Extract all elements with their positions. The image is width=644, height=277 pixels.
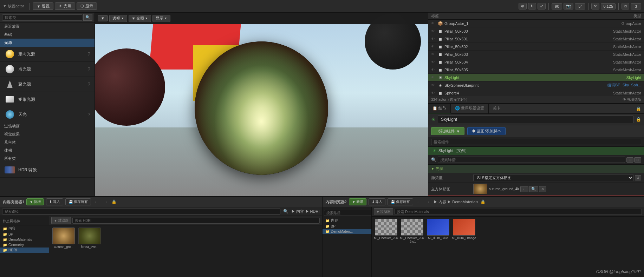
table-row[interactable]: 👁 ◼ Pillar_50x502 StaticMeshActor [428,43,644,51]
cb1-filter-btn[interactable]: ▼ 过滤器 [51,217,71,224]
vp-show-btn[interactable]: 显示 ▼ [152,15,170,22]
view-options-btn[interactable]: 👁 视图选项 [623,97,641,102]
light-item-spot[interactable]: 聚光源 ? [0,77,95,92]
cb2-tree-bp[interactable]: 📁 BP [323,224,371,229]
component-item-skylight[interactable]: ☀ SkyLight（实例） [428,147,644,155]
sky-info-btn[interactable]: ? [87,112,90,117]
cb2-forward-btn[interactable]: → [424,199,431,205]
list-item[interactable]: MI_Illum_Orange [452,219,476,243]
cb1-path-search-btn[interactable]: 🔍 [282,208,290,215]
perspective-btn[interactable]: ▼ 透视 [33,2,53,10]
show-btn[interactable]: ⬡ 显示 [77,2,97,10]
spot-info-btn[interactable]: ? [87,81,90,87]
cb1-tree-content[interactable]: 📁 内容 [0,225,49,232]
source-type-select[interactable]: SLS指定立方体贴图 [473,174,633,181]
cubemap-find[interactable]: 🔍 [529,186,538,192]
cb2-path-input[interactable] [324,210,372,216]
vp-lighting-btn[interactable]: ☀ 光照 ▼ [129,15,151,22]
category-basic[interactable]: 基础 [0,31,95,39]
blueprint-button[interactable]: ◆ 蓝图/添加脚本 [467,127,506,135]
category-all[interactable]: 所有类 [0,154,95,163]
layer-btn[interactable]: ⧉ [622,3,629,9]
actor-name-input[interactable] [438,116,634,123]
cb1-forward-btn[interactable]: → [102,199,109,205]
transform-btn[interactable]: ⊕ [519,3,527,9]
cb1-save-btn[interactable]: 💾 保存所有 [65,198,91,205]
actor-type-link[interactable]: 编辑BP_Sky_Sph... [585,83,641,88]
expand-btn[interactable]: ⊟ [634,157,641,163]
cb1-tree-geometry[interactable]: 📁 Geometry [0,242,49,248]
cb2-save-btn[interactable]: 💾 保存所有 [388,198,413,205]
cb2-search-input[interactable] [395,209,642,215]
lighting-btn[interactable]: ☀ 光照 [55,2,75,10]
tab-level[interactable]: 关卡 [489,104,505,113]
light-item-directional[interactable]: 定向光源 ? [0,47,95,62]
cb1-import-btn[interactable]: ⬇ 导入 [46,198,63,205]
table-row[interactable]: 👁 ◼ Sphere4 StaticMeshActor [428,89,644,96]
category-cinematic[interactable]: 过场动画 [0,122,95,130]
light-item-point[interactable]: 点光源 ? [0,62,95,77]
snap-btn[interactable]: ⤧ [591,3,599,9]
table-row[interactable]: 👁 ☀ SkyLight SkyLight [428,74,644,81]
light-item-sky[interactable]: 天光 ? [0,107,95,122]
cb1-tree-demo[interactable]: 📁 DemoMaterials [0,237,49,242]
cb1-back-btn[interactable]: ← [93,199,100,205]
cb2-back-btn[interactable]: ← [415,199,422,205]
vp-perspective-btn[interactable]: 透视 ▼ [109,15,127,22]
category-lights[interactable]: 光源 [0,39,95,47]
category-visual[interactable]: 视觉效果 [0,130,95,138]
cb1-tree-hdri[interactable]: 📁 HDRI [0,248,49,253]
cb2-new-btn[interactable]: ▼ 新增 [349,198,366,205]
light-item-rect[interactable]: 矩形光源 [0,92,95,107]
rotate-btn[interactable]: ↻ [528,3,536,9]
source-type-reset[interactable]: ↺ [635,175,641,180]
search-input[interactable] [2,14,82,21]
details-search-input[interactable] [438,157,625,163]
list-item[interactable]: MI_Checker_256 [374,219,398,243]
cb1-new-btn[interactable]: ▼ 新增 [26,198,44,205]
cb1-search-input[interactable] [72,218,320,224]
actor-name: Sphere4 [444,91,585,95]
cb1-path-input[interactable] [2,209,280,215]
cubemap-arrow-left[interactable]: ← [520,186,528,192]
lock-icon[interactable]: 🔒 [636,106,641,111]
cb2-import-btn[interactable]: ⬇ 导入 [369,198,386,205]
tab-world-settings[interactable]: 🌐 世界场景设置 [451,104,489,113]
category-volume[interactable]: 体积 [0,146,95,154]
asset-thumb [78,227,101,244]
scale-btn[interactable]: ⤢ [538,3,546,9]
light-item-hdri[interactable]: HDRI背景 [0,163,95,178]
table-row[interactable]: 👁 ◈ SkySphereBlueprint 编辑BP_Sky_Sph... [428,81,644,89]
table-row[interactable]: 👁 ◼ Pillar_50x500 StaticMeshActor [428,27,644,35]
table-row[interactable]: 👁 ◼ Pillar_50x504 StaticMeshActor [428,58,644,66]
vp-dropdown-btn[interactable]: ▼ [98,15,108,21]
category-recent[interactable]: 最近放置 [0,22,95,31]
list-item[interactable]: autumn_gro... [51,227,76,249]
table-row[interactable]: 👁 ◼ Pillar_50x505 StaticMeshActor [428,66,644,74]
cubemap-clear[interactable]: ✕ [539,186,546,192]
cubemap-texture: autumn_ground_4k ← 🔍 ✕ [473,184,546,194]
viewport[interactable]: ▼ 透视 ▼ ☀ 光照 ▼ 显示 ▼ ● [95,13,428,196]
list-item[interactable]: forest_eve... [77,227,102,249]
list-item[interactable]: MI_Checker_256_2to1 [400,219,424,243]
actor-icon: 📦 [437,21,443,26]
category-geometry[interactable]: 几何体 [0,138,95,146]
cubemap-thumb[interactable] [473,184,487,194]
directional-info-btn[interactable]: ? [87,51,90,57]
point-info-btn[interactable]: ? [87,66,90,72]
cb1-tree-bp[interactable]: 📁 BP [0,232,49,237]
cb2-tree-content[interactable]: 📁 内容 [323,217,371,224]
table-row[interactable]: 👁 ◼ Pillar_50x501 StaticMeshActor [428,35,644,43]
table-row[interactable]: 👁 ◼ Pillar_50x503 StaticMeshActor [428,51,644,58]
component-search-input[interactable] [431,139,641,145]
collapse-btn[interactable]: ⊞ [626,157,633,163]
list-item[interactable]: MI_Illum_Blue [426,219,450,243]
cb2-filter-btn[interactable]: ▼ 过滤器 [374,208,393,215]
camera-btn[interactable]: 📷 [564,3,573,9]
table-row[interactable]: 👁 📦 GroupActor_1 GroupActor [428,20,644,27]
section-light-source[interactable]: ▼ 光源 [428,165,644,173]
cb2-tree-demo[interactable]: 📁 DemoMateri... [323,229,371,234]
search-button[interactable]: 🔍 [83,14,92,21]
add-component-button[interactable]: +添加组件 ▼ [431,127,464,135]
tab-details[interactable]: 📋 细节 [428,104,451,113]
